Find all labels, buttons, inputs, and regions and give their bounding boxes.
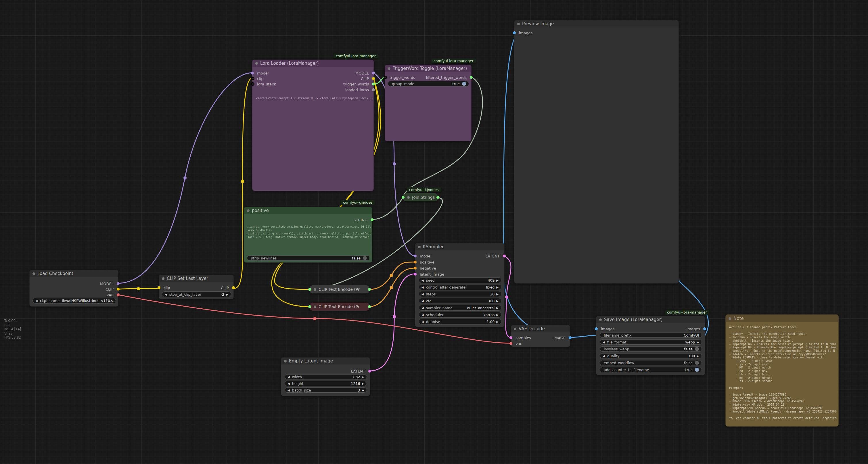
collapse-dot-icon[interactable] [314,288,316,291]
node-clip-text-encode-negative[interactable]: CLIP Text Encode (Pr [310,302,369,311]
collapse-dot-icon[interactable] [314,306,316,308]
reroute-dot-latent2[interactable] [393,315,396,318]
combo-right-arrow-icon[interactable]: ▶ [496,279,499,282]
output-slot-image[interactable] [569,336,571,339]
toggle-knob-icon[interactable] [462,82,466,86]
combo-right-arrow-icon[interactable]: ▶ [496,293,499,296]
combo-right-arrow-icon[interactable]: ▶ [496,307,499,310]
lora-syntax-text[interactable]: <lora:CreateConcept_Illustrious:0.8> <lo… [256,97,372,104]
output-slot-string[interactable] [371,218,373,221]
filename-prefix-field[interactable]: filename_prefixComfyUI [600,332,702,338]
scheduler-combo[interactable]: ◀schedulerkarras▶ [418,312,501,318]
output-slot[interactable] [368,305,371,308]
reroute-dot-clip2[interactable] [241,180,244,183]
node-titlebar[interactable]: Preview Image [514,21,679,27]
combo-right-arrow-icon[interactable]: ▶ [496,320,499,323]
combo-left-arrow-icon[interactable]: ◀ [35,299,38,302]
node-load-checkpoint[interactable]: Load Checkpoint MODEL CLIP VAE ◀ ckpt_na… [29,270,119,307]
node-lora-loader[interactable]: Lora Loader (LoraManager) model clip lor… [252,60,374,191]
combo-right-arrow-icon[interactable]: ▶ [696,341,699,344]
collapse-dot-icon[interactable] [162,277,164,280]
collapse-dot-icon[interactable] [32,272,35,275]
combo-left-arrow-icon[interactable]: ◀ [602,354,605,357]
node-save-image[interactable]: Save Image (LoraManager) images images f… [596,316,705,375]
combo-left-arrow-icon[interactable]: ◀ [422,293,424,296]
combo-right-arrow-icon[interactable]: ▶ [696,354,699,357]
node-clip-set-last-layer[interactable]: CLIP Set Last Layer clip CLIP ◀ stop_at_… [159,275,234,299]
node-titlebar[interactable]: KSampler [415,243,504,250]
node-graph-canvas[interactable]: T: 0.00s I: 0 N: 14 [14] V: 28 FPS:58.82… [0,0,868,464]
node-join-strings[interactable]: Join Strings [403,193,438,201]
input-slot-positive[interactable] [414,261,416,263]
batch-size-combo[interactable]: ◀batch_size3▶ [285,387,367,393]
output-slot[interactable] [368,288,371,291]
node-titlebar[interactable]: VAE Decode [511,325,570,332]
reroute-dot-clip1[interactable] [137,287,140,290]
node-clip-text-encode-positive[interactable]: CLIP Text Encode (Pr [310,285,369,293]
output-slot-filtered[interactable] [470,76,473,79]
reroute-dot-vae[interactable] [313,317,316,320]
cfg-combo[interactable]: ◀cfg8.0▶ [418,298,501,304]
combo-left-arrow-icon[interactable]: ◀ [422,279,424,282]
collapse-dot-icon[interactable] [517,23,520,25]
node-triggerword-toggle[interactable]: TriggerWord Toggle (LoraManager) trigger… [385,65,471,141]
node-positive-prompt[interactable]: positive STRING highres, very detailed, … [244,207,372,263]
collapse-dot-icon[interactable] [418,246,421,248]
denoise-combo[interactable]: ◀denoise1.00▶ [418,319,501,324]
combo-left-arrow-icon[interactable]: ◀ [287,382,290,385]
input-slot-images[interactable] [513,31,516,34]
combo-right-arrow-icon[interactable]: ▶ [496,299,499,302]
reroute-dot-model2[interactable] [393,162,396,166]
input-slot[interactable] [308,288,311,291]
output-slot-latent[interactable] [503,255,506,257]
collapse-dot-icon[interactable] [599,318,602,321]
reroute-dot-cond1[interactable] [390,274,393,277]
collapse-dot-icon[interactable] [284,360,287,362]
collapse-dot-icon[interactable] [407,196,410,199]
node-titlebar[interactable]: Save Image (LoraManager) [596,316,705,323]
collapse-dot-icon[interactable] [255,62,258,65]
combo-left-arrow-icon[interactable]: ◀ [422,299,424,302]
input-slot[interactable] [402,196,405,199]
strip-newlines-toggle[interactable]: strip_newlines false [247,256,370,261]
output-slot-model[interactable] [117,282,120,285]
collapse-dot-icon[interactable] [388,67,391,70]
input-slot-vae[interactable] [509,342,513,345]
collapse-dot-icon[interactable] [728,317,731,320]
stop-at-clip-layer-combo[interactable]: ◀ stop_at_clip_layer -2 ▶ [162,291,231,297]
control-after-generate-combo[interactable]: ◀control after generatefixed▶ [418,284,501,290]
toggle-knob-icon[interactable] [363,256,367,260]
lossless-webp-toggle[interactable]: lossless_webpfalse [600,346,702,351]
combo-left-arrow-icon[interactable]: ◀ [422,286,424,289]
prompt-text[interactable]: highres, very detailed, amazing quality,… [248,225,371,254]
node-note[interactable]: Note Available filename_prefix Pattern C… [725,314,839,427]
node-titlebar[interactable]: positive [244,207,372,214]
steps-combo[interactable]: ◀steps20▶ [418,291,501,297]
width-combo[interactable]: ◀width832▶ [285,374,367,379]
height-combo[interactable]: ◀height1216▶ [285,381,367,386]
node-titlebar[interactable]: Load Checkpoint [30,270,118,277]
input-slot-latent-image[interactable] [414,273,416,276]
group-mode-toggle[interactable]: group_mode true [388,81,469,87]
combo-left-arrow-icon[interactable]: ◀ [602,341,605,344]
node-vae-decode[interactable]: VAE Decode samples vae IMAGE [510,325,570,347]
output-slot[interactable] [436,196,439,199]
ckpt-name-combo[interactable]: ◀ ckpt_name il\waiNSFWIllustrious_v110.s… [32,298,116,303]
combo-right-arrow-icon[interactable]: ▶ [496,286,499,289]
output-slot-images[interactable] [703,327,706,330]
combo-right-arrow-icon[interactable]: ▶ [362,375,364,379]
reroute-dot-cond2[interactable] [390,286,393,289]
collapse-dot-icon[interactable] [514,328,516,330]
quality-combo[interactable]: ◀quality100▶ [600,353,702,358]
toggle-knob-icon[interactable] [695,368,699,372]
output-slot-model[interactable] [372,71,375,75]
reroute-dot-latent1[interactable] [505,295,508,298]
node-titlebar[interactable]: Empty Latent Image [281,357,370,365]
node-titlebar[interactable]: Lora Loader (LoraManager) [252,60,373,67]
toggle-knob-icon[interactable] [695,347,699,351]
combo-left-arrow-icon[interactable]: ◀ [422,313,424,316]
output-slot-clip[interactable] [117,288,120,291]
node-ksampler[interactable]: KSampler model positive negative latent_… [415,243,504,327]
node-preview-image[interactable]: Preview Image images [514,20,679,284]
seed-combo[interactable]: ◀seed409▶ [418,277,501,283]
